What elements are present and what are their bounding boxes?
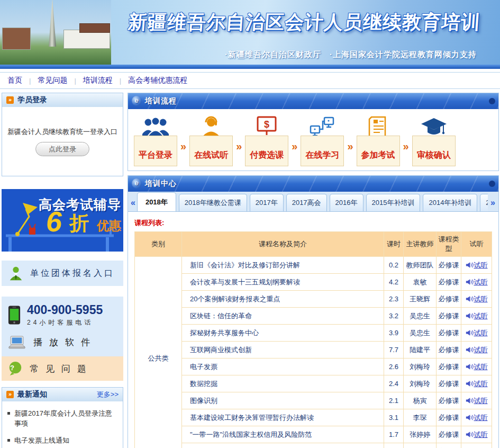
process-step-5: 参加考试 xyxy=(354,115,403,166)
audition-link[interactable]: 试听 xyxy=(474,414,488,422)
campus-photo xyxy=(0,0,111,65)
year-tab-3[interactable]: 2017年 xyxy=(250,194,284,211)
phone-icon xyxy=(8,304,21,326)
course-table: 类别课程名称及简介课时主讲教师课程类型试听 公共类新旧《会计法》对比及修订部分讲… xyxy=(134,231,492,448)
center-panel-header: e 培训中心 xyxy=(128,176,498,192)
tabs-prev-arrow[interactable]: « xyxy=(129,198,137,211)
step-arrow-icon: » xyxy=(292,140,297,153)
step-label[interactable]: 在线学习 xyxy=(301,150,343,161)
audition-link[interactable]: 试听 xyxy=(474,312,488,320)
player-software-label: 播放软件 xyxy=(33,336,97,348)
hotline-label: 24小时客服电话 xyxy=(27,318,103,327)
course-hours-cell: 0.2 xyxy=(384,257,404,274)
group-signup-entry[interactable]: 单位团体报名入口 xyxy=(2,261,123,286)
year-tab-7[interactable]: 2014年补培训 xyxy=(423,194,477,211)
nav-item-3[interactable]: 培训流程 xyxy=(76,76,120,85)
bullet-icon xyxy=(7,439,10,442)
speaker-icon xyxy=(466,431,474,440)
course-hours-cell: 2.4 xyxy=(384,375,404,392)
player-software-link[interactable]: 播放软件 xyxy=(8,334,123,350)
process-panel-header: e 培训流程 xyxy=(128,93,498,109)
course-name-cell: "一带一路"信息化：格局与对策 xyxy=(182,443,384,448)
process-steps: 平台登录»在线试听»$付费选课»在线学习»参加考试»审核确认 xyxy=(128,109,498,171)
notice-item[interactable]: 电子发票上线通知 xyxy=(7,436,117,446)
step-arrow-icon: » xyxy=(236,140,242,153)
step-label[interactable]: 付费选课 xyxy=(246,150,288,161)
course-name-cell: 探秘财务共享服务中心 xyxy=(182,325,384,342)
login-body: 新疆会计人员继续教育统一登录入口 点此登录 xyxy=(2,107,123,176)
notice-text: 新疆2017年度会计人员登录注意事项 xyxy=(14,409,117,429)
course-name-cell: 电子发票 xyxy=(182,359,384,375)
category-cell: 公共类 xyxy=(135,257,182,448)
sidebar: » 学员登录 新疆会计人员继续教育统一登录入口 点此登录 xyxy=(2,93,123,448)
column-header: 类别 xyxy=(135,232,182,257)
step-label[interactable]: 审核确认 xyxy=(413,150,455,161)
course-name-cell: 互联网商业模式创新 xyxy=(182,342,384,359)
course-name-cell: 数据挖掘 xyxy=(182,375,384,392)
teacher-cell: 教师团队 xyxy=(404,257,437,274)
course-type-cell: 必修课 xyxy=(437,342,461,359)
audition-link[interactable]: 试听 xyxy=(474,363,488,371)
main-nav: 首页|常见问题|培训流程|高会考辅优惠流程 xyxy=(0,72,500,89)
audition-link[interactable]: 试听 xyxy=(474,346,488,354)
notice-list: 新疆2017年度会计人员登录注意事项电子发票上线通知新疆"高会考试辅导"优惠报名… xyxy=(2,401,123,448)
tabs-next-arrow[interactable]: » xyxy=(489,198,497,211)
speaker-icon xyxy=(466,295,474,304)
course-row: 电子发票2.6刘梅玲必修课试听 xyxy=(135,359,492,375)
audition-link[interactable]: 试听 xyxy=(474,431,488,438)
year-tab-1[interactable]: 2018年 xyxy=(137,192,176,211)
step-arrow-icon: » xyxy=(347,140,353,153)
year-tab-2[interactable]: 2018年继教公需课 xyxy=(179,194,247,211)
speaker-icon xyxy=(466,363,474,372)
step-box: 在线学习 xyxy=(301,136,344,166)
year-tab-5[interactable]: 2016年 xyxy=(330,194,363,211)
notice-text: 电子发票上线通知 xyxy=(14,436,69,446)
column-header: 课程名称及简介 xyxy=(182,232,384,257)
audition-link[interactable]: 试听 xyxy=(474,295,488,303)
nav-item-4[interactable]: 高会考辅优惠流程 xyxy=(121,76,194,85)
login-entry-text: 新疆会计人员继续教育统一登录入口 xyxy=(2,127,123,137)
audition-link[interactable]: 试听 xyxy=(474,261,488,269)
step-label[interactable]: 在线试听 xyxy=(190,150,232,161)
login-title: 学员登录 xyxy=(17,95,47,105)
process-step-6: 审核确认 xyxy=(410,115,458,166)
course-type-cell: 必修课 xyxy=(437,426,461,443)
course-row: 20个案例解读财务报表之重点2.3王晓辉必修课试听 xyxy=(135,291,492,308)
course-type-cell: 必修课 xyxy=(437,291,461,308)
step-box: 平台登录 xyxy=(134,136,177,166)
course-name-cell: 新旧《会计法》对比及修订部分讲解 xyxy=(182,257,384,274)
notices-more-link[interactable]: 更多>> xyxy=(97,390,119,399)
course-hours-cell: 2.6 xyxy=(384,359,404,375)
course-type-cell: 必修课 xyxy=(437,359,461,375)
teacher-cell: 杨道玲 xyxy=(404,443,437,448)
audition-link[interactable]: 试听 xyxy=(474,329,488,337)
audition-link[interactable]: 试听 xyxy=(474,380,488,388)
nav-item-2[interactable]: 常见问题 xyxy=(31,76,74,85)
audition-link[interactable]: 试听 xyxy=(474,278,488,286)
course-hours-cell: 7.7 xyxy=(384,342,404,359)
login-button[interactable]: 点此登录 xyxy=(35,142,89,156)
course-row: 图像识别2.1杨寅必修课试听 xyxy=(135,392,492,409)
audition-link[interactable]: 试听 xyxy=(474,397,488,405)
notice-item[interactable]: 新疆2017年度会计人员登录注意事项 xyxy=(7,409,117,429)
header-banner: 新疆维吾尔自治区会计人员继续教育培训 ·新疆维吾尔自治区财政厅 ·上海国家会计学… xyxy=(0,0,500,65)
nav-item-1[interactable]: 首页 xyxy=(7,76,29,85)
promo-banner[interactable]: 高会考试辅导 6 折 优惠 xyxy=(2,189,123,252)
teacher-cell: 刘梅玲 xyxy=(404,375,437,392)
column-header: 试听 xyxy=(461,232,492,257)
audition-cell: 试听 xyxy=(461,342,492,359)
process-step-3: $付费选课 xyxy=(242,115,291,166)
faq-link[interactable]: ? 常见问题 xyxy=(2,356,123,381)
step-box: 付费选课 xyxy=(245,136,288,166)
process-step-1: 平台登录 xyxy=(131,115,180,166)
hotline-row: 400-900-5955 24小时客服电话 xyxy=(8,303,123,327)
step-label[interactable]: 平台登录 xyxy=(134,150,177,161)
year-tab-6[interactable]: 2015年补培训 xyxy=(366,194,421,211)
step-label[interactable]: 参加考试 xyxy=(357,150,399,161)
year-tab-8[interactable]: 2013年 xyxy=(480,194,488,211)
year-tab-4[interactable]: 2017高会 xyxy=(286,194,327,211)
question-bubble-icon: ? xyxy=(8,361,23,377)
column-header: 主讲教师 xyxy=(404,232,437,257)
e-logo-icon: e xyxy=(132,96,142,106)
course-type-cell: 必修课 xyxy=(437,257,461,274)
